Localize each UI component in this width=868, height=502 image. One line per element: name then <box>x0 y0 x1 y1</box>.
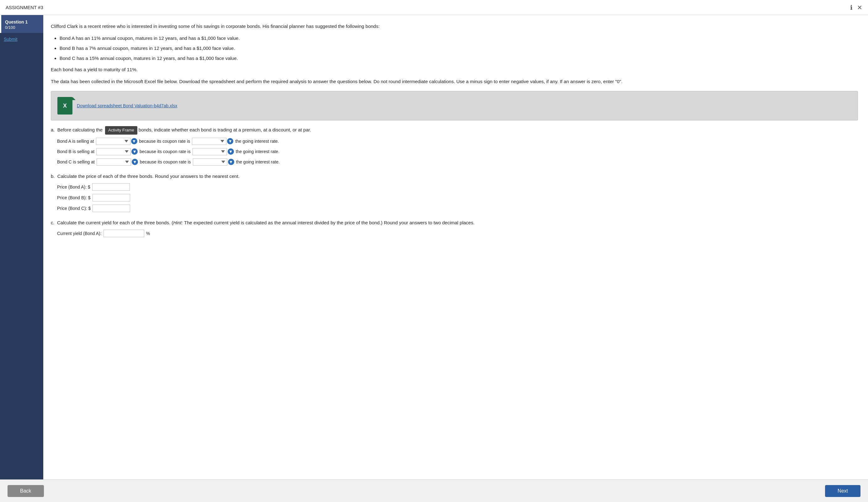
bond-a-label: Bond A is selling at <box>57 139 94 144</box>
info-icon-button[interactable]: ℹ <box>850 4 852 11</box>
price-bond-b-label: Price (Bond B): $ <box>57 195 91 200</box>
part-b-section: b. Calculate the price of each of the th… <box>51 173 858 212</box>
price-bond-b-row: Price (Bond B): $ <box>51 194 858 202</box>
layout: Question 1 0/100 Submit Clifford Clark i… <box>0 15 868 479</box>
bond-a-rate-icon: ▼ <box>227 138 233 144</box>
price-bond-b-input[interactable] <box>93 194 130 202</box>
yield-bond-a-row: Current yield (Bond A): % <box>51 230 858 237</box>
bond-b-trailing: the going interest rate. <box>236 149 279 154</box>
bond-b-connector: because its coupon rate is <box>140 149 191 154</box>
data-collected-text: The data has been collected in the Micro… <box>51 78 858 85</box>
price-bond-c-input[interactable] <box>93 205 130 212</box>
bond-c-rate-dropdown[interactable]: equal to greater than less than <box>193 158 227 166</box>
bottom-bar: Back Next <box>0 479 868 502</box>
part-c-letter: c. <box>51 220 54 225</box>
part-b-letter: b. <box>51 174 55 179</box>
intro-text: Clifford Clark is a recent retiree who i… <box>51 23 858 30</box>
main-content: Clifford Clark is a recent retiree who i… <box>43 15 868 479</box>
part-c-instruction: Calculate the current yield for each of … <box>57 220 474 225</box>
bond-b-description: Bond B has a 7% annual coupon, matures i… <box>60 44 858 52</box>
part-a-section: a. Before calculating the Activity Frame… <box>51 126 858 166</box>
download-spreadsheet-link[interactable]: Download spreadsheet Bond Valuation-b4d7… <box>77 103 177 108</box>
yield-text: Each bond has a yield to maturity of 11%… <box>51 66 858 73</box>
part-a-label: a. Before calculating the Activity Frame… <box>51 126 858 135</box>
part-c-section: c. Calculate the current yield for each … <box>51 219 858 237</box>
bond-b-selling-dropdown[interactable]: a premium a discount par <box>96 148 131 155</box>
top-bar-icons: ℹ ✕ <box>850 4 862 11</box>
yield-bond-a-suffix: % <box>146 231 150 236</box>
part-c-label: c. Calculate the current yield for each … <box>51 219 858 226</box>
bond-a-trailing: the going interest rate. <box>235 139 279 144</box>
price-bond-a-input[interactable] <box>92 183 130 191</box>
next-button[interactable]: Next <box>825 485 860 497</box>
assignment-title: ASSIGNMENT #3 <box>6 5 43 10</box>
bond-a-rate-dropdown[interactable]: equal to greater than less than <box>192 138 226 145</box>
part-b-instruction: Calculate the price of each of the three… <box>58 174 240 179</box>
price-bond-c-label: Price (Bond C): $ <box>57 206 91 211</box>
sidebar-question-score: 0/100 <box>5 25 40 30</box>
bond-c-selling-row: Bond C is selling at a premium a discoun… <box>51 158 858 166</box>
bond-a-description: Bond A has an 11% annual coupon, matures… <box>60 34 858 42</box>
part-a-instruction-after: bonds, indicate whether each bond is tra… <box>138 127 311 132</box>
bond-b-rate-icon: ▼ <box>228 148 234 155</box>
part-b-label: b. Calculate the price of each of the th… <box>51 173 858 180</box>
bond-c-rate-icon: ▼ <box>228 159 234 165</box>
sidebar: Question 1 0/100 Submit <box>0 15 43 479</box>
yield-bond-a-input[interactable] <box>103 230 144 237</box>
sidebar-submit-link[interactable]: Submit <box>0 33 43 45</box>
excel-download-box: X Download spreadsheet Bond Valuation-b4… <box>51 91 858 121</box>
bond-b-selling-icon: ▼ <box>131 148 138 155</box>
bond-list: Bond A has an 11% annual coupon, matures… <box>60 34 858 62</box>
bond-c-description: Bond C has a 15% annual coupon, matures … <box>60 54 858 62</box>
sidebar-question-label: Question 1 <box>5 19 40 24</box>
excel-icon: X <box>58 97 72 114</box>
top-bar: ASSIGNMENT #3 ℹ ✕ <box>0 0 868 15</box>
bond-b-label: Bond B is selling at <box>57 149 94 154</box>
bond-a-selling-icon: ▼ <box>131 138 137 144</box>
close-icon-button[interactable]: ✕ <box>857 4 862 11</box>
price-bond-a-row: Price (Bond A): $ <box>51 183 858 191</box>
bond-c-trailing: the going interest rate. <box>236 160 280 164</box>
back-button[interactable]: Back <box>8 485 44 497</box>
bond-b-selling-row: Bond B is selling at a premium a discoun… <box>51 148 858 155</box>
bond-a-selling-row: Bond A is selling at a premium a discoun… <box>51 138 858 145</box>
bond-a-connector: because its coupon rate is <box>139 139 190 144</box>
price-bond-c-row: Price (Bond C): $ <box>51 205 858 212</box>
price-bond-a-label: Price (Bond A): $ <box>57 184 90 189</box>
yield-bond-a-label: Current yield (Bond A): <box>57 231 102 236</box>
bond-b-rate-dropdown[interactable]: equal to greater than less than <box>193 148 227 155</box>
bond-c-selling-dropdown[interactable]: a premium a discount par <box>96 158 131 166</box>
part-a-instruction-before: Before calculating the <box>58 127 103 132</box>
part-a-letter: a. <box>51 127 55 132</box>
bond-a-selling-dropdown[interactable]: a premium a discount par <box>96 138 131 145</box>
bond-c-connector: because its coupon rate is <box>140 160 191 164</box>
bond-c-label: Bond C is selling at <box>57 160 95 164</box>
activity-frame-tooltip: Activity Frame <box>105 126 137 135</box>
bond-c-selling-icon: ▼ <box>132 159 138 165</box>
sidebar-question-1[interactable]: Question 1 0/100 <box>0 15 43 33</box>
